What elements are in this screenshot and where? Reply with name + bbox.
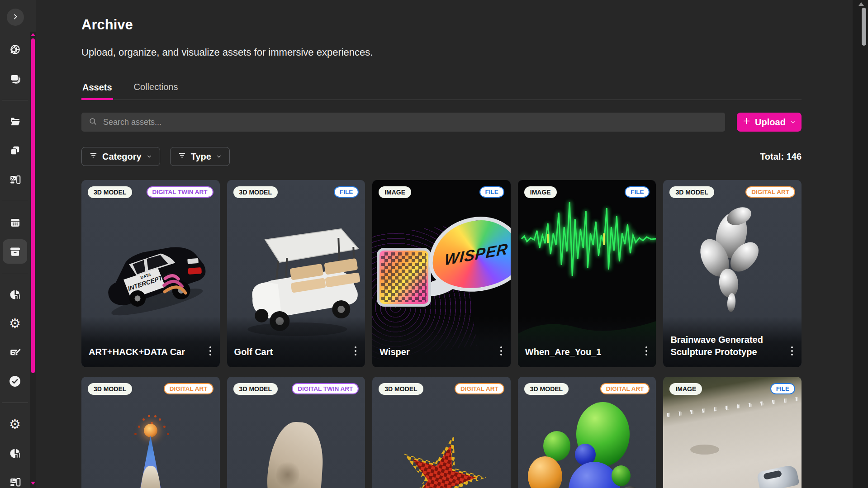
decorative-shape — [12, 224, 14, 225]
decorative-shape — [17, 479, 20, 486]
filter-icon — [178, 151, 186, 162]
decorative-shape — [144, 424, 157, 437]
decorative-shape — [620, 486, 640, 488]
sidebar-item-globe-search[interactable] — [0, 35, 30, 64]
sidebar-item-copy[interactable] — [0, 136, 30, 165]
decorative-shape: ⚙ — [9, 418, 21, 431]
sidebar: ⚙⚙ — [0, 0, 36, 488]
decorative-shape — [9, 476, 21, 488]
scroll-up-arrow-icon[interactable] — [859, 2, 864, 6]
card-menu-button[interactable] — [643, 344, 650, 358]
decorative-shape — [16, 222, 18, 223]
category-filter-button[interactable]: Category — [81, 147, 160, 166]
decorative-shape — [645, 350, 647, 352]
search-icon — [89, 117, 97, 128]
card-badge-row: 3D MODEL DIGITAL ART — [379, 383, 504, 395]
scroll-up-arrow-icon[interactable] — [31, 33, 35, 36]
asset-card[interactable]: 3D MODEL DIGITAL ART Brainwave Generated… — [663, 180, 802, 367]
asset-category-badge: FILE — [334, 186, 359, 198]
decorative-shape — [265, 229, 358, 262]
tab-bar: Assets Collections — [81, 82, 802, 100]
card-badge-row: IMAGE FILE — [669, 383, 795, 395]
sidebar-item-folder-open[interactable] — [0, 107, 30, 136]
decorative-shape — [718, 268, 740, 298]
sidebar-item-note-edit[interactable] — [0, 338, 30, 367]
sidebar-item-devices[interactable] — [0, 165, 30, 194]
card-menu-button[interactable] — [498, 344, 504, 358]
asset-type-badge: 3D MODEL — [379, 383, 423, 395]
decorative-shape — [19, 294, 20, 299]
asset-card[interactable]: IMAGE FILE When_Are_You_1 — [518, 180, 656, 367]
decorative-shape — [522, 202, 656, 276]
scroll-down-arrow-icon[interactable] — [31, 482, 35, 485]
sidebar-item-devices[interactable] — [0, 468, 30, 488]
asset-type-badge: 3D MODEL — [88, 186, 132, 198]
sidebar-scrollbar-thumb[interactable] — [31, 38, 35, 373]
upload-button[interactable]: Upload — [737, 113, 802, 132]
card-footer: Wisper — [372, 338, 511, 367]
expand-sidebar-button[interactable] — [7, 9, 24, 26]
type-filter-button[interactable]: Type — [170, 147, 230, 166]
decorative-shape — [528, 456, 562, 488]
decorative-shape — [355, 350, 356, 352]
decorative-shape: ⚙ — [9, 317, 21, 330]
check-circle-icon — [3, 369, 27, 393]
asset-card[interactable]: WISPER IMAGE FILE Wisper — [372, 180, 511, 367]
tab-collections[interactable]: Collections — [133, 82, 179, 99]
asset-card[interactable]: 3D MODEL DIGITAL TWIN ART — [227, 377, 365, 488]
sidebar-scrollbar[interactable] — [30, 32, 36, 488]
asset-card[interactable]: 3D MODEL FILE Golf Cart — [227, 180, 365, 367]
sidebar-item-gear[interactable]: ⚙ — [0, 309, 30, 338]
card-badge-row: 3D MODEL DIGITAL TWIN ART — [233, 383, 359, 395]
sidebar-item-check-circle[interactable] — [0, 367, 30, 396]
filter-icon — [89, 151, 98, 162]
sidebar-item-layers[interactable] — [0, 64, 30, 93]
decorative-shape — [11, 251, 19, 256]
sidebar-item-pie-chart[interactable] — [0, 439, 30, 468]
asset-card[interactable]: 3D MODEL DIGITAL ART — [518, 377, 656, 488]
decorative-shape — [17, 454, 18, 458]
decorative-shape — [11, 149, 17, 155]
decorative-shape — [377, 248, 431, 307]
asset-type-badge: 3D MODEL — [88, 383, 132, 395]
asset-category-badge: DIGITAL ART — [600, 383, 650, 394]
search-input[interactable] — [102, 117, 719, 128]
decorative-shape — [187, 258, 199, 264]
card-menu-button[interactable] — [207, 344, 213, 358]
asset-card[interactable]: 3D MODEL DIGITAL ART — [81, 377, 220, 488]
decorative-shape — [792, 122, 794, 123]
search-box[interactable] — [81, 113, 725, 132]
sidebar-divider — [2, 100, 28, 100]
asset-card[interactable]: IMAGE FILE — [663, 377, 802, 488]
asset-category-badge: FILE — [479, 186, 504, 198]
decorative-shape — [216, 153, 222, 160]
sidebar-item-calendar[interactable] — [0, 208, 30, 237]
sidebar-item-gear[interactable]: ⚙ — [0, 410, 30, 439]
card-footer: Golf Cart — [227, 338, 365, 367]
decorative-shape — [9, 145, 21, 156]
card-menu-button[interactable] — [352, 344, 359, 358]
decorative-shape — [17, 295, 18, 299]
decorative-shape — [15, 296, 16, 299]
devices-icon — [3, 167, 27, 192]
sidebar-item-pie-chart[interactable] — [0, 280, 30, 309]
decorative-shape — [9, 174, 21, 186]
asset-title: Brainwave Generated Sculpture Prototype — [670, 334, 775, 358]
decorative-shape — [89, 151, 98, 160]
asset-card[interactable]: 3D MODEL DIGITAL ART — [372, 377, 511, 488]
decorative-shape — [645, 346, 647, 348]
pie-chart-icon — [3, 282, 27, 307]
decorative-shape — [12, 222, 14, 223]
asset-type-badge: 3D MODEL — [524, 383, 569, 395]
card-menu-button[interactable] — [789, 344, 795, 358]
tab-assets[interactable]: Assets — [81, 82, 113, 100]
page-scrollbar[interactable] — [853, 0, 868, 488]
decorative-shape — [9, 44, 21, 56]
asset-card[interactable]: INTERCEPTORDATA 3D MODEL DIGITAL TWIN AR… — [81, 180, 220, 367]
plus-icon — [742, 117, 751, 128]
sidebar-item-archive[interactable] — [0, 237, 30, 266]
decorative-shape — [645, 354, 647, 355]
asset-title: Wisper — [379, 346, 410, 358]
page-scrollbar-thumb[interactable] — [862, 8, 866, 46]
main-content: Archive Upload, organize, and visualize … — [36, 0, 853, 488]
